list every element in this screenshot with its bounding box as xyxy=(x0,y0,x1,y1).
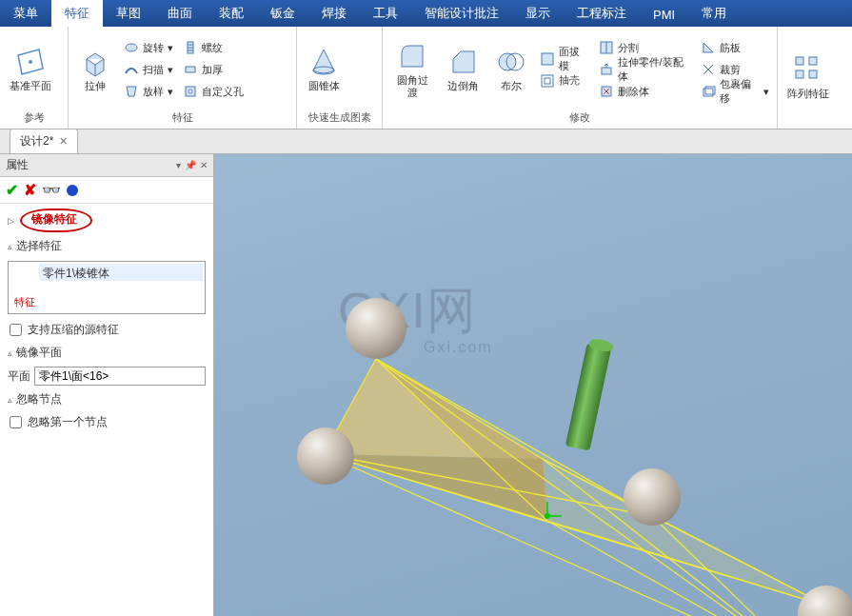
ribbon-body: 基准平面 参考 拉伸 旋转 ▾ 扫描 ▾ 放样 ▾ 螺纹 加厚 自定义孔 特征 xyxy=(0,27,852,129)
custom-hole-button[interactable]: 自定义孔 xyxy=(179,81,248,102)
tab-assembly[interactable]: 装配 xyxy=(206,0,257,27)
viewport-3d[interactable]: GXI网 Gxi.com xyxy=(214,154,852,616)
ignore-nodes-title[interactable]: ▵忽略节点 xyxy=(0,388,213,410)
cone-button[interactable]: 圆锥体 xyxy=(301,44,347,94)
shell-face-icon xyxy=(540,51,555,67)
revolve-icon xyxy=(124,40,139,55)
document-tab[interactable]: 设计2* ✕ xyxy=(10,129,78,153)
indicator-icon[interactable] xyxy=(67,185,78,196)
properties-title: 属性 xyxy=(6,157,29,173)
feature-label: 特征 xyxy=(10,293,39,311)
plane-input[interactable] xyxy=(34,367,206,386)
compress-source-checkbox[interactable] xyxy=(10,324,22,336)
thicken-button[interactable]: 加厚 xyxy=(179,59,248,80)
thread-icon xyxy=(183,40,198,55)
svg-point-26 xyxy=(624,468,681,526)
svg-point-27 xyxy=(798,586,852,616)
thread-button[interactable]: 螺纹 xyxy=(179,37,248,58)
trim-icon xyxy=(701,62,716,77)
group-modify-label: 修改 xyxy=(386,109,773,127)
document-tab-label: 设计2* xyxy=(20,133,53,149)
loft-button[interactable]: 放样 ▾ xyxy=(120,81,177,102)
tab-tools[interactable]: 工具 xyxy=(360,0,411,27)
svg-point-24 xyxy=(346,298,406,359)
close-panel-icon[interactable]: ✕ xyxy=(200,160,208,170)
compress-source-row[interactable]: 支持压缩的源特征 xyxy=(0,318,213,342)
array-feature-button[interactable]: 阵列特征 xyxy=(782,51,835,102)
split-icon xyxy=(599,40,614,55)
group-feat-label: 特征 xyxy=(72,109,292,127)
feature-value[interactable]: 零件1\棱锥体 xyxy=(39,264,203,281)
svg-rect-10 xyxy=(542,75,553,87)
extrude-part-button[interactable]: 拉伸零件/装配体 xyxy=(595,59,695,80)
cancel-icon[interactable]: ✘ xyxy=(24,181,36,199)
group-quick-label: 快速生成图素 xyxy=(301,109,378,127)
tab-sketch[interactable]: 草图 xyxy=(103,0,154,27)
boolean-icon xyxy=(495,46,527,78)
ignore-first-checkbox[interactable] xyxy=(10,416,22,428)
datum-plane-button[interactable]: 基准平面 xyxy=(4,44,57,94)
boolean-button[interactable]: 布尔 xyxy=(488,44,534,94)
revolve-button[interactable]: 旋转 ▾ xyxy=(120,37,177,58)
properties-toolbar: ✔ ✘ 👓 xyxy=(0,177,213,204)
svg-rect-22 xyxy=(565,343,611,450)
thicken-icon xyxy=(183,62,198,77)
fillet-button[interactable]: 圆角过渡 xyxy=(386,38,439,101)
chamfer-icon xyxy=(447,46,480,78)
tab-pmi[interactable]: PMI xyxy=(640,3,688,27)
pin-icon[interactable]: 📌 xyxy=(185,160,196,170)
cone-icon xyxy=(307,46,340,78)
sweep-button[interactable]: 扫描 ▾ xyxy=(120,59,177,80)
tab-sheetmetal[interactable]: 钣金 xyxy=(257,0,308,27)
svg-point-7 xyxy=(499,53,516,70)
properties-body: ▷镜像特征 ▵选择特征 特征 零件1\棱锥体 支持压缩的源特征 ▵镜像平面 平面… xyxy=(0,204,213,616)
fillet-icon xyxy=(396,40,428,72)
wrap-button[interactable]: 包裹偏移 ▾ xyxy=(697,81,773,102)
select-feature-title[interactable]: ▵选择特征 xyxy=(0,235,213,257)
svg-point-25 xyxy=(297,427,354,485)
rib-icon xyxy=(701,40,716,55)
tab-annotation[interactable]: 智能设计批注 xyxy=(411,0,512,27)
svg-rect-11 xyxy=(545,78,550,84)
svg-rect-9 xyxy=(542,53,553,65)
tab-menu[interactable]: 菜单 xyxy=(0,0,51,27)
shell-button[interactable]: 抽壳 xyxy=(536,70,593,91)
svg-rect-18 xyxy=(796,57,803,65)
extrude-part-icon xyxy=(599,62,614,77)
tab-display[interactable]: 显示 xyxy=(512,0,564,27)
svg-point-5 xyxy=(188,89,192,93)
loft-icon xyxy=(124,84,139,99)
ignore-first-row[interactable]: 忽略第一个节点 xyxy=(0,410,213,434)
mirror-plane-title[interactable]: ▵镜像平面 xyxy=(0,342,213,364)
svg-point-0 xyxy=(29,60,32,64)
rib-button[interactable]: 筋板 xyxy=(697,37,773,58)
preview-icon[interactable]: 👓 xyxy=(42,181,61,199)
svg-rect-19 xyxy=(809,57,817,65)
shell-icon xyxy=(540,73,555,89)
tab-eng-annot[interactable]: 工程标注 xyxy=(564,0,640,27)
chamfer-button[interactable]: 边倒角 xyxy=(441,44,486,94)
extrude-button[interactable]: 拉伸 xyxy=(72,44,118,94)
dropdown-icon[interactable]: ▾ xyxy=(176,160,181,170)
tab-common[interactable]: 常用 xyxy=(688,0,740,27)
tab-weld[interactable]: 焊接 xyxy=(308,0,360,27)
feature-selection-box[interactable]: 特征 零件1\棱锥体 xyxy=(8,261,206,314)
svg-rect-14 xyxy=(602,68,611,74)
wrap-icon xyxy=(701,84,716,99)
workspace: 属性 ▾ 📌 ✕ ✔ ✘ 👓 ▷镜像特征 ▵选择特征 特征 零件1\棱锥体 支持… xyxy=(0,154,852,616)
plane-label: 平面 xyxy=(8,368,30,385)
tab-feature[interactable]: 特征 xyxy=(51,0,103,27)
svg-rect-21 xyxy=(809,70,817,78)
properties-header: 属性 ▾ 📌 ✕ xyxy=(0,154,213,177)
shell-face-button[interactable]: 面拔模 xyxy=(536,49,593,70)
model-mirror-preview xyxy=(238,235,852,616)
custom-hole-icon xyxy=(183,84,198,99)
ok-icon[interactable]: ✔ xyxy=(6,181,18,199)
tab-surface[interactable]: 曲面 xyxy=(154,0,206,27)
svg-rect-20 xyxy=(796,70,803,78)
delete-body-button[interactable]: 删除体 xyxy=(595,81,695,102)
svg-rect-3 xyxy=(186,67,195,72)
document-tabs: 设计2* ✕ xyxy=(0,129,852,154)
close-icon[interactable]: ✕ xyxy=(59,135,68,148)
sweep-icon xyxy=(124,62,139,77)
